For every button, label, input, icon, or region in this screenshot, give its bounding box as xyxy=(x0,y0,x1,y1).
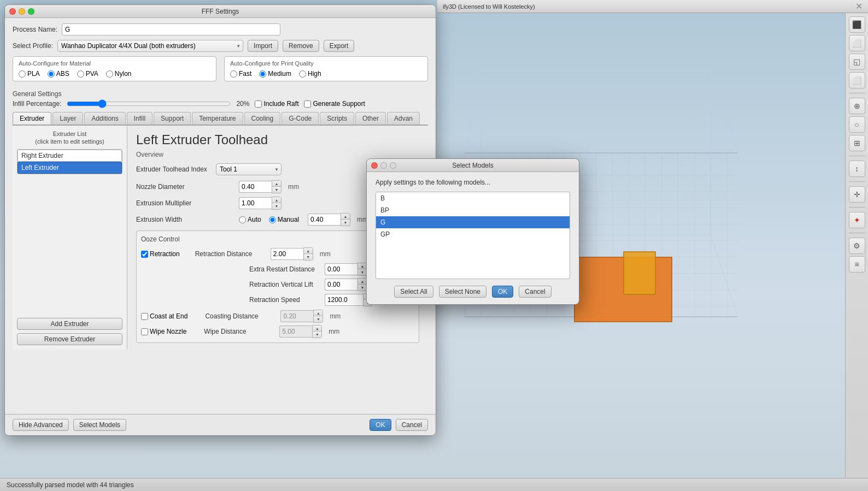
wipe-nozzle-label[interactable]: Wipe Nozzle xyxy=(141,328,186,335)
cancel-btn[interactable]: Cancel xyxy=(396,419,428,431)
dialog-close-btn[interactable] xyxy=(371,162,378,169)
retraction-dist-down-btn[interactable]: ▼ xyxy=(304,254,313,260)
extruder-item-right[interactable]: Right Extruder xyxy=(17,150,122,162)
material-pva-label[interactable]: PVA xyxy=(77,70,98,78)
coast-down-btn[interactable]: ▼ xyxy=(314,316,322,322)
wipe-down-btn[interactable]: ▼ xyxy=(313,332,321,338)
retraction-lift-down-btn[interactable]: ▼ xyxy=(358,285,367,291)
remove-btn[interactable]: Remove xyxy=(283,40,319,52)
infill-slider[interactable] xyxy=(67,100,231,108)
remove-extruder-btn[interactable]: Remove Extruder xyxy=(17,333,122,345)
generate-support-checkbox[interactable] xyxy=(304,100,311,108)
dialog-min-btn[interactable] xyxy=(380,162,387,169)
tab-layer[interactable]: Layer xyxy=(52,112,83,125)
coasting-distance-input[interactable] xyxy=(280,310,313,322)
select-all-btn[interactable]: Select All xyxy=(394,286,433,298)
toolbar-icon-1[interactable]: ⬛ xyxy=(849,16,865,33)
nozzle-down-btn[interactable]: ▼ xyxy=(272,187,281,193)
extra-restart-input[interactable] xyxy=(325,263,357,275)
quality-high-radio[interactable] xyxy=(299,70,306,78)
dialog-max-btn[interactable] xyxy=(390,162,396,169)
extruder-item-left[interactable]: Left Extruder xyxy=(17,162,122,174)
toolbar-icon-4[interactable]: ⬜ xyxy=(849,72,865,88)
material-pva-radio[interactable] xyxy=(77,70,84,78)
toolbar-icon-5[interactable]: ○ xyxy=(849,116,865,133)
tab-temperature[interactable]: Temperature xyxy=(192,112,243,125)
toolbar-icon-move[interactable]: ✛ xyxy=(849,186,865,203)
dialog-ok-btn[interactable]: OK xyxy=(492,286,513,298)
select-none-btn[interactable]: Select None xyxy=(439,286,486,298)
wipe-up-btn[interactable]: ▲ xyxy=(313,326,321,332)
tab-extruder[interactable]: Extruder xyxy=(13,112,51,125)
width-up-btn[interactable]: ▲ xyxy=(341,214,350,220)
process-name-input[interactable] xyxy=(62,23,280,36)
tab-support[interactable]: Support xyxy=(154,112,191,125)
toolbar-icon-edit[interactable]: ✦ xyxy=(849,212,865,228)
app-close-btn[interactable]: ✕ xyxy=(855,1,863,11)
extrusion-width-input[interactable] xyxy=(308,214,341,226)
width-down-btn[interactable]: ▼ xyxy=(341,220,350,226)
model-item-gp[interactable]: GP xyxy=(376,228,570,240)
window-minimize-btn[interactable] xyxy=(19,8,25,15)
include-raft-checkbox[interactable] xyxy=(255,100,262,108)
ok-btn[interactable]: OK xyxy=(370,419,391,431)
quality-medium-radio[interactable] xyxy=(259,70,266,78)
hide-advanced-btn[interactable]: Hide Advanced xyxy=(13,419,69,431)
tab-other[interactable]: Other xyxy=(355,112,386,125)
tab-cooling[interactable]: Cooling xyxy=(244,112,281,125)
toolbar-icon-gear[interactable]: ⚙ xyxy=(849,238,865,254)
quality-medium-label[interactable]: Medium xyxy=(259,70,291,78)
nozzle-diameter-input[interactable] xyxy=(239,181,272,193)
width-manual-radio[interactable] xyxy=(269,216,276,223)
material-pla-radio[interactable] xyxy=(19,70,26,78)
retraction-lift-input[interactable] xyxy=(325,279,357,291)
profile-select[interactable]: Wanhao Duplicator 4/4X Dual (both extrud… xyxy=(57,40,243,52)
extra-restart-up-btn[interactable]: ▲ xyxy=(358,263,367,269)
toolhead-index-select[interactable]: Tool 1 xyxy=(216,163,281,175)
retraction-dist-up-btn[interactable]: ▲ xyxy=(304,248,313,254)
retraction-speed-input[interactable] xyxy=(325,294,363,306)
toolbar-icon-6[interactable]: ⊞ xyxy=(849,135,865,151)
dialog-cancel-btn[interactable]: Cancel xyxy=(519,286,551,298)
tab-infill[interactable]: Infill xyxy=(127,112,153,125)
toolbar-icon-arrow[interactable]: ↕ xyxy=(849,161,865,177)
model-item-g[interactable]: G xyxy=(376,216,570,228)
coast-up-btn[interactable]: ▲ xyxy=(314,310,322,316)
add-extruder-btn[interactable]: Add Extruder xyxy=(17,318,122,330)
window-close-btn[interactable] xyxy=(9,8,16,15)
nozzle-up-btn[interactable]: ▲ xyxy=(272,181,281,187)
coast-at-end-label[interactable]: Coast at End xyxy=(141,312,187,320)
wipe-distance-input[interactable] xyxy=(279,326,312,338)
import-btn[interactable]: Import xyxy=(248,40,278,52)
quality-fast-label[interactable]: Fast xyxy=(230,70,251,78)
material-nylon-radio[interactable] xyxy=(106,70,113,78)
select-models-btn[interactable]: Select Models xyxy=(73,419,126,431)
retraction-label[interactable]: Retraction xyxy=(141,250,180,258)
material-abs-label[interactable]: ABS xyxy=(48,70,69,78)
toolbar-icon-2[interactable]: ⬜ xyxy=(849,35,865,51)
window-maximize-btn[interactable] xyxy=(28,8,34,15)
retraction-checkbox[interactable] xyxy=(141,251,148,258)
include-raft-label[interactable]: Include Raft xyxy=(255,100,298,108)
tab-scripts[interactable]: Scripts xyxy=(320,112,354,125)
export-btn[interactable]: Export xyxy=(324,40,355,52)
coast-at-end-checkbox[interactable] xyxy=(141,313,148,320)
multiplier-down-btn[interactable]: ▼ xyxy=(272,203,281,209)
retraction-distance-input[interactable] xyxy=(271,248,303,260)
tab-additions[interactable]: Additions xyxy=(84,112,125,125)
retraction-lift-up-btn[interactable]: ▲ xyxy=(358,279,367,285)
model-item-bp[interactable]: BP xyxy=(376,204,570,216)
width-manual-label[interactable]: Manual xyxy=(269,216,299,223)
width-auto-label[interactable]: Auto xyxy=(239,216,261,223)
toolbar-icon-list[interactable]: ≡ xyxy=(849,256,865,273)
wipe-nozzle-checkbox[interactable] xyxy=(141,328,148,335)
quality-fast-radio[interactable] xyxy=(230,70,237,78)
toolbar-icon-axes[interactable]: ⊕ xyxy=(849,98,865,114)
tab-gcode[interactable]: G-Code xyxy=(281,112,319,125)
tab-advanced[interactable]: Advan xyxy=(387,112,420,125)
extra-restart-down-btn[interactable]: ▼ xyxy=(358,269,367,275)
width-auto-radio[interactable] xyxy=(239,216,246,223)
generate-support-label[interactable]: Generate Support xyxy=(304,100,365,108)
material-pla-label[interactable]: PLA xyxy=(19,70,40,78)
material-abs-radio[interactable] xyxy=(48,70,55,78)
